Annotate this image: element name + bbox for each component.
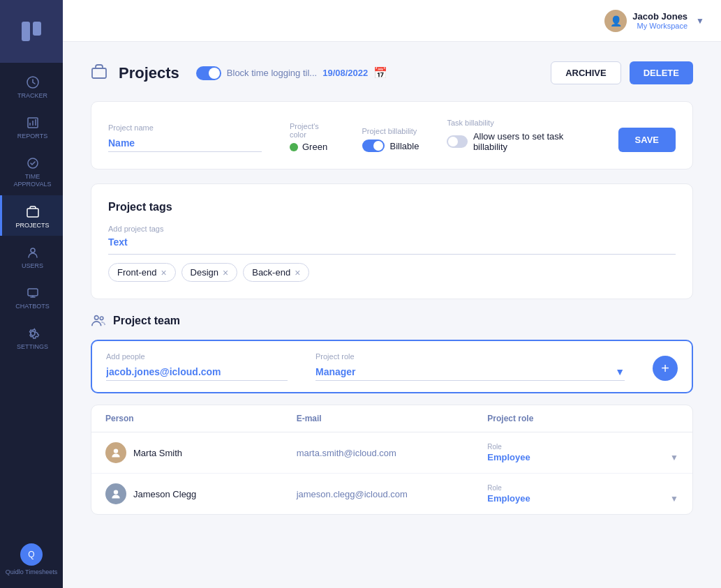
calendar-icon[interactable]: 📅 <box>373 66 387 80</box>
add-person-button[interactable]: + <box>653 356 678 381</box>
avatar-jameson <box>105 483 126 504</box>
svg-point-9 <box>31 248 35 252</box>
project-settings-card: Project name Project's color Green Proje… <box>91 101 693 169</box>
svg-rect-10 <box>28 289 38 296</box>
person-name-2: Jameson Clegg <box>133 489 196 499</box>
role-select-wrapper: Project role Manager ▼ <box>315 352 625 381</box>
svg-point-15 <box>114 490 118 494</box>
tags-input-label: Add project tags <box>108 225 676 233</box>
page-content: Projects Block time logging til... 19/08… <box>63 42 721 534</box>
role-chevron-icon-1: ▼ <box>670 453 678 462</box>
svg-rect-1 <box>33 22 41 36</box>
role-select-chevron-icon: ▼ <box>615 366 625 377</box>
role-label-1: Role <box>487 443 678 451</box>
role-value-1: Employee <box>487 452 530 462</box>
tag-frontend: Front-end × <box>108 263 176 282</box>
time-block-toggle[interactable]: Block time logging til... 19/08/2022 📅 <box>196 66 387 80</box>
task-billability-toggle-row[interactable]: Allow users to set task billability <box>447 131 590 152</box>
toggle-date: 19/08/2022 <box>322 68 368 78</box>
billability-label: Project billability <box>362 127 419 135</box>
topbar-user-name: Jacob Jones <box>632 11 687 22</box>
delete-button[interactable]: DELETE <box>630 61 693 84</box>
col-email: E-mail <box>297 414 488 423</box>
sidebar-item-projects[interactable]: PROJECTS <box>0 195 63 236</box>
role-select-1[interactable]: Employee ▼ <box>487 452 678 462</box>
main-content: 👤 Jacob Jones My Workspace ▼ Projects Bl… <box>63 0 721 588</box>
sidebar-item-chatbots[interactable]: CHATBOTS <box>0 276 63 317</box>
role-cell-2: Role Employee ▼ <box>487 484 678 504</box>
save-button[interactable]: SAVE <box>618 128 676 152</box>
sidebar-item-time-approvals[interactable]: TIME APPROVALS <box>0 146 63 195</box>
project-name-label: Project name <box>108 123 262 132</box>
user-avatar-sidebar: Q <box>20 543 43 566</box>
tag-remove-design[interactable]: × <box>223 268 228 278</box>
toggle-label: Block time logging til... <box>227 68 317 78</box>
header-actions: ARCHIVE DELETE <box>551 61 693 84</box>
team-section-title: Project team <box>113 315 180 327</box>
tag-backend: Back-end × <box>243 263 309 282</box>
project-color-group: Project's color Green <box>290 122 334 152</box>
tags-input[interactable] <box>108 236 248 248</box>
task-billability-label: Task billability <box>447 119 590 127</box>
tag-remove-backend[interactable]: × <box>295 268 300 278</box>
project-color-value[interactable]: Green <box>290 142 334 152</box>
avatar-marta <box>105 442 126 463</box>
projects-icon <box>91 63 107 83</box>
tags-input-group: Add project tags <box>108 225 676 263</box>
project-name-input[interactable] <box>108 135 262 152</box>
svg-point-13 <box>100 317 103 320</box>
add-people-card: Add people Project role Manager ▼ + <box>91 340 693 393</box>
role-value-2: Employee <box>487 493 530 504</box>
project-billability-group: Project billability Billable <box>362 127 419 152</box>
svg-rect-11 <box>92 68 106 78</box>
billability-toggle[interactable] <box>362 140 385 152</box>
sidebar-item-settings[interactable]: SETTINGS <box>0 317 63 357</box>
app-logo[interactable] <box>0 0 63 63</box>
page-header: Projects Block time logging til... 19/08… <box>91 61 693 84</box>
task-billability-group: Task billability Allow users to set task… <box>447 119 590 152</box>
sidebar-item-users[interactable]: USERS <box>0 236 63 276</box>
tags-list: Front-end × Design × Back-end × <box>108 263 676 282</box>
sidebar-item-reports[interactable]: REPORTS <box>0 106 63 146</box>
role-select-2[interactable]: Employee ▼ <box>487 493 678 504</box>
topbar-chevron-icon: ▼ <box>696 16 704 26</box>
person-cell-2: Jameson Clegg <box>105 483 297 504</box>
role-select[interactable]: Manager ▼ <box>315 363 625 381</box>
svg-rect-0 <box>22 22 30 41</box>
color-dot <box>290 143 298 151</box>
billability-toggle-row[interactable]: Billable <box>362 140 419 152</box>
svg-rect-8 <box>27 209 38 217</box>
project-tags-card: Project tags Add project tags Front-end … <box>91 183 693 299</box>
add-people-group: Add people <box>106 352 288 381</box>
team-icon <box>91 313 106 329</box>
table-row: Marta Smith marta.smith@icloud.com Role … <box>91 432 692 474</box>
sidebar-bottom[interactable]: Q Quidlo Timesheets <box>0 532 63 588</box>
tags-section-title: Project tags <box>108 201 676 213</box>
svg-point-12 <box>95 316 99 320</box>
col-role: Project role <box>487 414 678 423</box>
add-people-label: Add people <box>106 352 288 361</box>
topbar-workspace: My Workspace <box>632 22 687 30</box>
person-name-1: Marta Smith <box>133 448 182 458</box>
svg-point-14 <box>114 448 118 453</box>
toggle-pill[interactable] <box>196 66 221 80</box>
team-header: Project team <box>91 313 693 329</box>
role-label-2: Role <box>487 484 678 492</box>
role-select-value: Manager <box>315 366 356 377</box>
sidebar-item-tracker[interactable]: TRACKER <box>0 66 63 106</box>
archive-button[interactable]: ARCHIVE <box>551 61 621 84</box>
topbar: 👤 Jacob Jones My Workspace ▼ <box>63 0 721 42</box>
role-select-label: Project role <box>315 352 625 361</box>
col-person: Person <box>105 414 297 423</box>
task-billability-toggle[interactable] <box>447 135 467 148</box>
project-settings-row: Project name Project's color Green Proje… <box>108 119 676 152</box>
add-people-input[interactable] <box>106 363 288 381</box>
person-email-2: jameson.clegg@icloud.com <box>297 489 488 499</box>
person-email-1: marta.smith@icloud.com <box>297 448 488 458</box>
topbar-info: Jacob Jones My Workspace <box>632 11 687 30</box>
person-cell-1: Marta Smith <box>105 442 297 463</box>
tag-design: Design × <box>181 263 238 282</box>
tag-remove-frontend[interactable]: × <box>161 268 166 278</box>
role-chevron-icon-2: ▼ <box>670 494 678 504</box>
topbar-user[interactable]: 👤 Jacob Jones My Workspace ▼ <box>604 10 704 32</box>
